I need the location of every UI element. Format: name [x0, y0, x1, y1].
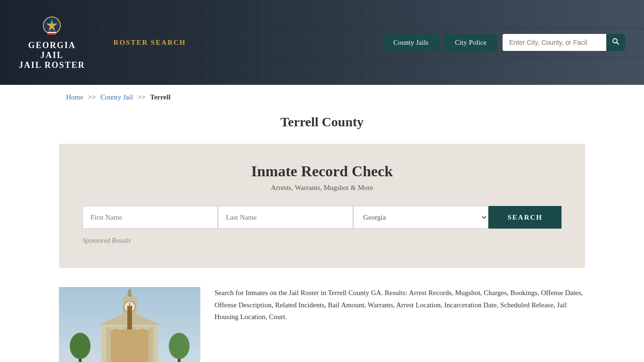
svg-rect-2 [48, 33, 56, 35]
inmate-search-button[interactable]: SEARCH [488, 206, 561, 229]
svg-rect-13 [132, 327, 136, 362]
header-search-button[interactable] [606, 34, 625, 51]
svg-rect-22 [124, 355, 135, 362]
svg-rect-12 [123, 327, 128, 362]
logo-area[interactable]: GEORGIA JAIL JAIL ROSTER [19, 15, 85, 70]
first-name-input[interactable] [83, 206, 218, 229]
inmate-record-section: Inmate Record Check Arrests, Warrants, M… [59, 144, 585, 268]
georgia-state-icon [40, 15, 64, 39]
county-jails-button[interactable]: County Jails [383, 34, 439, 51]
svg-rect-15 [149, 327, 153, 362]
breadcrumb-county-jail[interactable]: County Jail [100, 93, 133, 101]
last-name-input[interactable] [218, 206, 353, 229]
svg-line-6 [617, 42, 619, 45]
city-police-button[interactable]: City Police [445, 34, 497, 51]
svg-point-28 [169, 333, 190, 359]
bottom-description: Search for Inmates on the Jail Roster in… [215, 287, 585, 323]
header-right: County Jails City Police [383, 34, 625, 51]
svg-point-26 [70, 333, 91, 359]
svg-rect-4 [48, 31, 56, 32]
nav-roster-search[interactable]: ROSTER SEARCH [114, 39, 186, 47]
breadcrumb: Home >> County Jail >> Terrell [0, 85, 644, 110]
inmate-search-form: Georgia Alabama Florida Tennessee North … [83, 206, 561, 229]
inmate-record-subtitle: Arrests, Warrants, Mugshot & More [83, 184, 561, 192]
breadcrumb-sep-1: >> [88, 93, 96, 101]
state-select[interactable]: Georgia Alabama Florida Tennessee North … [353, 206, 488, 229]
breadcrumb-sep-2: >> [138, 93, 146, 101]
courthouse-image [59, 287, 200, 362]
sponsored-results-label: Sponsored Results [83, 237, 561, 245]
site-header: GEORGIA JAIL JAIL ROSTER ROSTER SEARCH C… [0, 0, 644, 85]
page-title: Terrell County [0, 115, 644, 130]
svg-rect-3 [48, 32, 56, 33]
inmate-record-title: Inmate Record Check [83, 163, 561, 180]
breadcrumb-home[interactable]: Home [66, 93, 83, 101]
courthouse-illustration [59, 287, 200, 362]
svg-point-18 [124, 301, 135, 313]
svg-rect-14 [140, 327, 145, 362]
logo-text-jail: JAIL [41, 50, 64, 60]
logo-text-georgia: GEORGIA [28, 41, 76, 50]
svg-point-5 [613, 39, 617, 43]
bottom-section: Search for Inmates on the Jail Roster in… [59, 287, 585, 362]
svg-rect-11 [115, 327, 119, 362]
search-icon [612, 38, 619, 45]
header-search-box [503, 34, 625, 51]
breadcrumb-current: Terrell [150, 93, 170, 101]
header-content: GEORGIA JAIL JAIL ROSTER ROSTER SEARCH C… [0, 0, 644, 85]
header-search-input[interactable] [503, 35, 606, 50]
svg-rect-10 [106, 327, 111, 362]
logo-text-roster: JAIL ROSTER [19, 60, 85, 70]
